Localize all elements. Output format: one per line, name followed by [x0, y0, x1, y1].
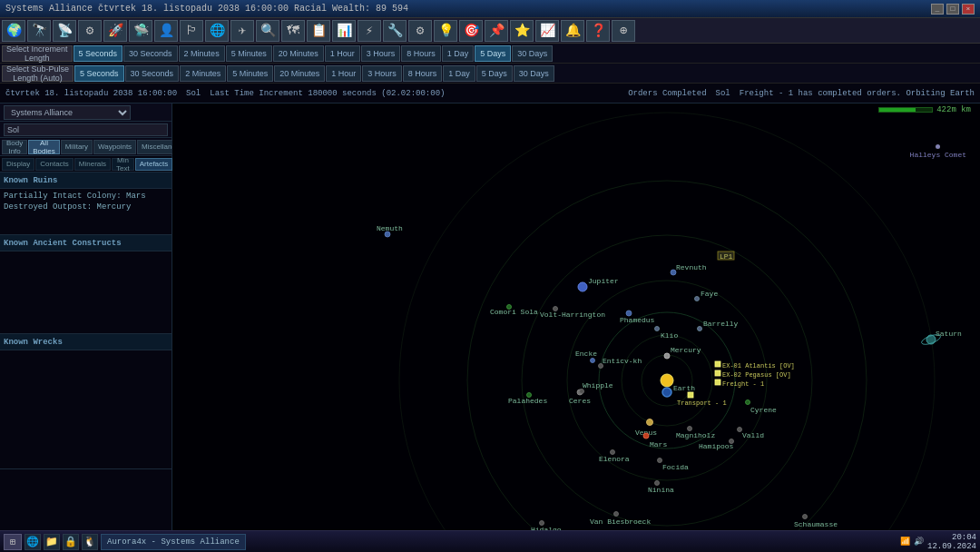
- sub-5day-btn[interactable]: 5 Days: [476, 65, 513, 82]
- tool-person-icon[interactable]: 👤: [154, 20, 178, 42]
- tool-radar-icon[interactable]: 📡: [53, 20, 76, 42]
- ship-atlantis[interactable]: [715, 361, 720, 367]
- subtab-min-text[interactable]: Min Text: [112, 158, 134, 171]
- planet-whipple[interactable]: [580, 389, 584, 394]
- ship-pegasus[interactable]: [715, 370, 720, 376]
- subtab-minerals[interactable]: Minerals: [74, 158, 111, 171]
- tool-plus-icon[interactable]: ⊕: [612, 20, 635, 42]
- sub-8hr-btn[interactable]: 8 Hours: [403, 65, 443, 82]
- sub-30sec-btn[interactable]: 30 Seconds: [125, 65, 180, 82]
- tool-search-icon[interactable]: 🔍: [256, 20, 279, 42]
- tab-body-info[interactable]: Body Info: [2, 140, 27, 154]
- tool-trending-icon[interactable]: 📈: [535, 20, 559, 42]
- ship-transport1[interactable]: [688, 392, 693, 398]
- planet-valld[interactable]: [738, 428, 742, 432]
- subtab-display[interactable]: Display: [2, 158, 34, 171]
- inc-20min-btn[interactable]: 20 Minutes: [273, 45, 324, 62]
- planet-mercury[interactable]: [664, 353, 670, 359]
- sub-5sec-btn[interactable]: 5 Seconds: [74, 65, 124, 82]
- select-increment-btn[interactable]: Select IncrementLength: [2, 45, 73, 62]
- planet-magniholz[interactable]: [688, 427, 692, 431]
- sub-20min-btn[interactable]: 20 Minutes: [274, 65, 325, 82]
- planet-ninina[interactable]: [655, 481, 660, 486]
- tool-pin-icon[interactable]: 📌: [485, 20, 508, 42]
- planet-hidalgo[interactable]: [540, 521, 544, 526]
- planet-venus[interactable]: [647, 419, 653, 426]
- planet-encke[interactable]: [591, 359, 595, 363]
- sub-5min-btn[interactable]: 5 Minutes: [227, 65, 273, 82]
- search-input[interactable]: [4, 123, 168, 136]
- subtab-artefacts[interactable]: Artefacts: [135, 158, 173, 171]
- tool-gear-icon[interactable]: ⚙: [78, 20, 102, 42]
- list-item[interactable]: Destroyed Outpost: Mercury: [4, 202, 168, 212]
- inc-2min-btn[interactable]: 2 Minutes: [179, 45, 225, 62]
- tab-all-bodies[interactable]: All Bodies: [28, 140, 59, 154]
- tool-clipboard-icon[interactable]: 📋: [307, 20, 330, 42]
- taskbar-lock-icon[interactable]: 🔒: [63, 534, 79, 550]
- tool-plane-icon[interactable]: ✈: [230, 20, 254, 42]
- tool-map-icon[interactable]: 🌐: [205, 20, 229, 42]
- planet-cyrene[interactable]: [746, 400, 750, 405]
- tray-volume-icon: 🔊: [914, 537, 924, 547]
- inc-5min-btn[interactable]: 5 Minutes: [226, 45, 272, 62]
- ship-freight1[interactable]: [715, 380, 720, 385]
- sub-1day-btn[interactable]: 1 Day: [443, 65, 475, 82]
- tool-flag-icon[interactable]: 🏳: [180, 20, 203, 42]
- tool-chart-icon[interactable]: 📊: [332, 20, 356, 42]
- tool-mapview-icon[interactable]: 🗺: [281, 20, 305, 42]
- planet-schaumasse[interactable]: [803, 515, 808, 519]
- sub-1hr-btn[interactable]: 1 Hour: [326, 65, 361, 82]
- planet-faye[interactable]: [695, 297, 700, 301]
- select-subpulse-btn[interactable]: Select Sub-PulseLength (Auto): [2, 65, 74, 82]
- tool-help-icon[interactable]: ❓: [586, 20, 610, 42]
- maximize-button[interactable]: □: [946, 4, 959, 15]
- inc-5sec-btn[interactable]: 5 Seconds: [74, 45, 123, 62]
- minimize-button[interactable]: _: [931, 4, 944, 15]
- inc-3hr-btn[interactable]: 3 Hours: [361, 45, 401, 62]
- subtab-contacts[interactable]: Contacts: [35, 158, 74, 171]
- sub-30day-btn[interactable]: 30 Days: [514, 65, 554, 82]
- sub-2min-btn[interactable]: 2 Minutes: [180, 65, 226, 82]
- planet-focida[interactable]: [658, 458, 662, 463]
- map-area[interactable]: 422m km Halleys Comet Mercury Venus: [172, 104, 980, 530]
- inc-30sec-btn[interactable]: 30 Seconds: [123, 45, 178, 62]
- list-item[interactable]: Partially Intact Colony: Mars: [4, 191, 168, 202]
- planet-barrelly[interactable]: [698, 327, 702, 331]
- sun-dot[interactable]: [661, 374, 673, 387]
- tool-rocket-icon[interactable]: 🚀: [103, 20, 127, 42]
- inc-1hr-btn[interactable]: 1 Hour: [325, 45, 360, 62]
- tool-telescope-icon[interactable]: 🔭: [27, 20, 51, 42]
- planet-klio[interactable]: [655, 327, 660, 331]
- tool-ufo-icon[interactable]: 🛸: [129, 20, 152, 42]
- tool-target-icon[interactable]: 🎯: [459, 20, 483, 42]
- taskbar-tray: 📶 🔊 20:04 12.09.2024: [900, 533, 976, 551]
- tab-military[interactable]: Military: [61, 140, 93, 154]
- tool-wrench-icon[interactable]: 🔧: [383, 20, 407, 42]
- planet-van-biesbroeck[interactable]: [614, 512, 619, 517]
- faction-dropdown[interactable]: Systems Alliance: [4, 105, 131, 120]
- inc-5day-btn[interactable]: 5 Days: [475, 45, 511, 62]
- tool-bell-icon[interactable]: 🔔: [561, 20, 584, 42]
- planet-saturn[interactable]: [926, 335, 936, 344]
- tool-globe-icon[interactable]: 🌍: [2, 20, 25, 42]
- label-transport1: Transport - 1: [677, 399, 727, 407]
- taskbar-start-button[interactable]: ⊞: [4, 534, 22, 550]
- taskbar-terminal-icon[interactable]: 🐧: [82, 534, 98, 550]
- inc-8hr-btn[interactable]: 8 Hours: [401, 45, 441, 62]
- taskbar-folder-icon[interactable]: 📁: [44, 534, 60, 550]
- planet-earth[interactable]: [662, 388, 671, 397]
- tool-star-icon[interactable]: ⭐: [510, 20, 534, 42]
- tool-light-icon[interactable]: 💡: [434, 20, 457, 42]
- tool-lightning-icon[interactable]: ⚡: [358, 20, 381, 42]
- inc-1day-btn[interactable]: 1 Day: [442, 45, 475, 62]
- planet-mars[interactable]: [643, 433, 649, 439]
- tool-settings-icon[interactable]: ⚙: [408, 20, 432, 42]
- inc-30day-btn[interactable]: 30 Days: [512, 45, 553, 62]
- planet-jupiter[interactable]: [578, 282, 587, 291]
- planet-elenora[interactable]: [611, 450, 615, 455]
- sub-3hr-btn[interactable]: 3 Hours: [362, 65, 402, 82]
- taskbar-browser-icon[interactable]: 🌐: [24, 534, 41, 550]
- taskbar-game-app[interactable]: Aurora4x - Systems Alliance: [101, 534, 246, 550]
- tab-waypoints[interactable]: Waypoints: [93, 140, 136, 154]
- close-button[interactable]: ×: [962, 4, 975, 15]
